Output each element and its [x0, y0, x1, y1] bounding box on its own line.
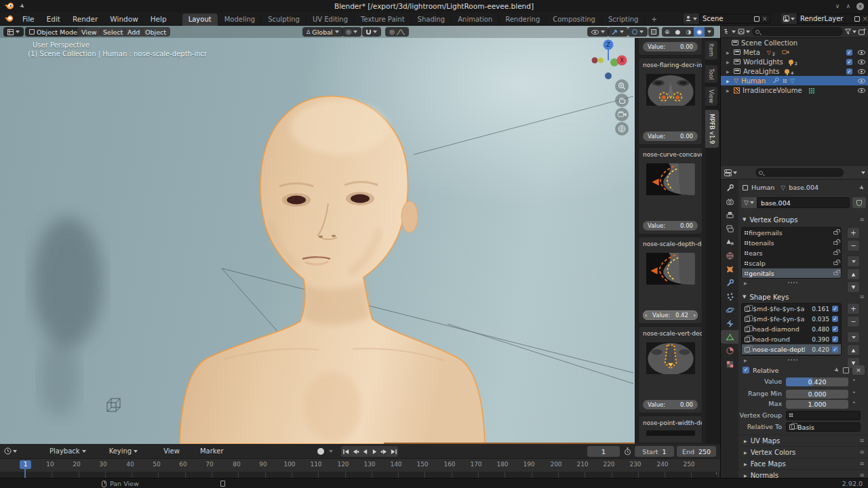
sidebar-tab-item[interactable]: Item — [705, 41, 717, 60]
add-workspace-button[interactable]: + — [644, 14, 663, 26]
sidebar-tab-view[interactable]: View — [705, 87, 717, 106]
workspace-tab-rendering[interactable]: Rendering — [498, 14, 546, 26]
slider-decrease-arrow[interactable]: ‹ — [645, 312, 647, 319]
vertex-group-row[interactable]: fingernails — [742, 228, 841, 238]
list-resize-grip[interactable] — [788, 359, 797, 361]
properties-search-input[interactable] — [755, 168, 844, 177]
outliner-filter-dropdown[interactable] — [845, 28, 856, 35]
menu-render[interactable]: Render — [66, 15, 104, 23]
vertex-group-specials-dropdown[interactable] — [847, 256, 860, 267]
stopwatch-icon[interactable] — [624, 447, 631, 455]
auto-keying-record-button[interactable] — [317, 448, 324, 455]
scene-name-field[interactable]: Scene × — [699, 14, 771, 24]
expand-icon[interactable]: ▶ — [726, 60, 731, 64]
exclude-checkbox[interactable]: ✓ — [846, 68, 852, 75]
tab-texture[interactable] — [721, 357, 738, 371]
tab-world[interactable] — [721, 249, 738, 262]
vertex-group-row[interactable]: toenails — [742, 238, 841, 248]
show-pinned-icon[interactable]: ➤ — [833, 366, 841, 375]
workspace-tab-sculpting[interactable]: Sculpting — [261, 14, 306, 26]
menu-edit[interactable]: Edit — [41, 15, 66, 23]
lock-open-icon[interactable] — [833, 262, 838, 265]
workspace-tab-scripting[interactable]: Scripting — [601, 14, 644, 26]
pin-id-icon[interactable]: ➤ — [858, 183, 866, 192]
shape-key-remove-button[interactable]: − — [847, 316, 860, 327]
animate-dot-icon[interactable]: • — [852, 390, 856, 396]
jump-to-start-button[interactable] — [341, 446, 351, 457]
list-filter-expand-icon[interactable]: ▶ — [744, 358, 747, 363]
snap-dropdown[interactable] — [362, 27, 381, 37]
current-frame-field[interactable]: 1 — [587, 446, 620, 457]
shading-rendered-button[interactable]: ◉ — [694, 27, 705, 37]
outliner-row-irradiancevolume[interactable]: ▶ IrradianceVolume — [721, 85, 868, 95]
play-button[interactable] — [370, 446, 379, 457]
sidebar-tab-tool[interactable]: Tool — [705, 65, 717, 83]
view-menu-timeline[interactable]: View — [163, 447, 180, 455]
tab-object[interactable] — [721, 262, 738, 276]
new-collection-button[interactable] — [859, 28, 866, 35]
shape-key-row[interactable]: $md-$fe-$yn-$av$...0.035✓ — [742, 314, 841, 324]
tab-material[interactable] — [721, 344, 738, 357]
menu-help[interactable]: Help — [144, 15, 173, 23]
edit-mode-display-icon[interactable] — [843, 367, 849, 373]
vertex-group-select[interactable] — [786, 411, 861, 420]
maximize-icon[interactable]: ∧ — [846, 3, 850, 9]
shape-key-row-selected[interactable]: nose-scale-depth-in...0.420✓ — [742, 344, 841, 354]
workspace-tab-shading[interactable]: Shading — [411, 14, 452, 26]
shapekey-value-slider[interactable]: Value:0.00 — [643, 42, 698, 52]
new-viewlayer-icon[interactable] — [854, 16, 860, 22]
shapekey-value-slider[interactable]: Value:0.00 — [643, 400, 698, 409]
workspace-tab-modeling[interactable]: Modeling — [218, 14, 262, 26]
breadcrumb-data[interactable]: base.004 — [789, 184, 818, 191]
lock-open-icon[interactable] — [833, 231, 838, 235]
vertex-group-move-up-button[interactable]: ▲ — [847, 268, 860, 280]
shapekey-mute-checkbox[interactable]: ✓ — [832, 346, 838, 352]
sidebar-tab-mpfb[interactable]: MPFB v1.9 — [705, 110, 719, 148]
shading-wireframe-button[interactable]: ⊕ — [662, 27, 673, 37]
tab-scene[interactable] — [721, 235, 738, 249]
vertex-group-add-button[interactable]: + — [847, 227, 860, 239]
blender-menu-icon[interactable] — [0, 15, 16, 23]
workspace-tab-texture-paint[interactable]: Texture Paint — [354, 14, 411, 26]
view-menu[interactable]: View — [77, 27, 101, 37]
scene-icon[interactable] — [684, 14, 699, 24]
vertex-colors-panel-header[interactable]: ▶ Vertex Colors ≡ — [738, 446, 868, 458]
expand-icon[interactable]: ▶ — [726, 88, 731, 93]
workspace-tab-compositing[interactable]: Compositing — [546, 14, 601, 26]
display-mode-dropdown[interactable] — [724, 28, 736, 35]
shape-key-row[interactable]: head-round0.390✓ — [742, 334, 841, 344]
object-menu[interactable]: Object — [141, 27, 170, 37]
relative-to-select[interactable]: Basis — [786, 422, 861, 432]
animate-dot-icon[interactable]: • — [852, 378, 856, 384]
shading-dropdown[interactable] — [705, 27, 714, 37]
uv-maps-panel-header[interactable]: ▶ UV Maps ≡ — [738, 434, 868, 446]
hide-eye-icon[interactable] — [858, 69, 865, 74]
filter-collection-dropdown[interactable] — [738, 28, 750, 35]
range-max-field[interactable]: 1.000 — [786, 400, 848, 409]
close-icon[interactable]: × — [856, 3, 864, 10]
tab-physics[interactable] — [721, 303, 738, 317]
workspace-tab-layout[interactable]: Layout — [182, 14, 218, 26]
shapekey-value-slider-active[interactable]: ‹ Value:0.42 › — [643, 310, 698, 320]
shading-solid-button[interactable]: ● — [673, 27, 684, 37]
outliner-row-worldlights[interactable]: ▶ WorldLights 2 ✓ — [721, 57, 868, 66]
hide-eye-icon[interactable] — [858, 50, 865, 55]
tab-constraints[interactable] — [721, 317, 738, 330]
shapekey-mute-checkbox[interactable]: ✓ — [832, 336, 838, 342]
exclude-checkbox[interactable]: ✓ — [846, 59, 852, 65]
unlink-scene-icon[interactable]: × — [762, 15, 768, 22]
navigation-gizmo[interactable]: Z X — [587, 39, 629, 81]
outliner-row-scene-collection[interactable]: Scene Collection — [721, 38, 868, 47]
tab-object-data[interactable] — [721, 330, 738, 344]
object-visibility-dropdown[interactable] — [587, 27, 609, 37]
remove-viewlayer-icon[interactable]: × — [863, 15, 868, 22]
shape-key-add-button[interactable]: + — [847, 303, 860, 314]
auto-keying-dropdown[interactable] — [329, 450, 333, 453]
lock-open-icon[interactable] — [833, 272, 838, 275]
overlays-dropdown[interactable] — [628, 27, 648, 37]
playhead-line[interactable] — [24, 469, 26, 478]
shapekey-mute-checkbox[interactable]: ✓ — [832, 326, 838, 332]
pan-view-button[interactable] — [615, 94, 629, 107]
shape-key-move-up-button[interactable]: ▲ — [847, 344, 860, 356]
toggle-ortho-button[interactable] — [615, 122, 629, 136]
